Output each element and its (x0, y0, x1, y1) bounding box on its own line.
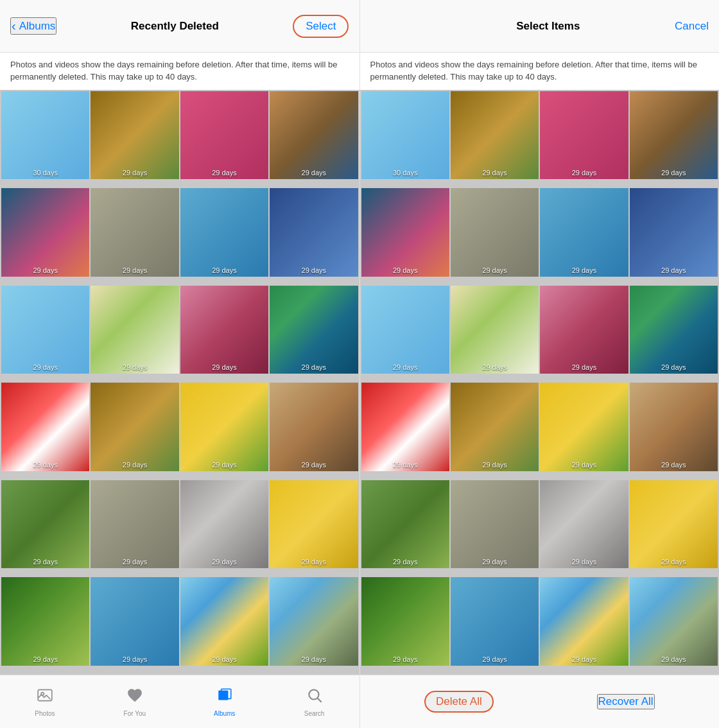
days-label: 29 days (361, 266, 449, 274)
photo-cell[interactable]: 29 days (180, 383, 268, 471)
days-label: 29 days (91, 363, 178, 371)
photo-cell[interactable]: 29 days (1, 480, 89, 568)
albums-icon (216, 687, 233, 707)
days-label: 29 days (91, 558, 178, 566)
tab-label: For You (124, 710, 146, 717)
days-label: 29 days (540, 363, 628, 371)
days-label: 29 days (270, 363, 358, 371)
photo-cell[interactable]: 29 days (630, 480, 718, 568)
photo-cell[interactable]: 29 days (630, 91, 718, 179)
photo-cell[interactable]: 29 days (540, 577, 628, 665)
days-label: 29 days (180, 558, 268, 566)
photo-cell[interactable]: 29 days (361, 577, 449, 665)
days-label: 29 days (540, 461, 628, 469)
days-label: 29 days (630, 266, 718, 274)
days-label: 29 days (1, 363, 89, 371)
photo-cell[interactable]: 29 days (180, 577, 268, 665)
tab-item-albums[interactable]: Albums (180, 675, 270, 728)
select-button[interactable]: Select (293, 15, 349, 38)
photo-cell[interactable]: 29 days (91, 577, 178, 665)
photo-cell[interactable]: 29 days (361, 286, 449, 374)
tab-item-search[interactable]: Search (270, 675, 360, 728)
photo-cell[interactable]: 29 days (630, 188, 718, 276)
left-panel-title: Recently Deleted (131, 20, 219, 33)
photo-cell[interactable]: 29 days (91, 188, 178, 276)
photo-cell[interactable]: 29 days (91, 480, 178, 568)
photo-cell[interactable]: 29 days (180, 286, 268, 374)
photo-cell[interactable]: 29 days (270, 383, 358, 471)
photo-cell[interactable]: 29 days (540, 188, 628, 276)
photo-cell[interactable]: 29 days (1, 577, 89, 665)
tab-label: Albums (214, 710, 235, 717)
photo-cell[interactable]: 29 days (361, 188, 449, 276)
photo-cell[interactable]: 29 days (1, 188, 89, 276)
photo-cell[interactable]: 29 days (270, 577, 358, 665)
photo-cell[interactable]: 29 days (451, 577, 539, 665)
days-label: 29 days (1, 558, 89, 566)
main-panels: ‹ Albums Recently Deleted Select Photos … (0, 0, 719, 728)
photo-cell[interactable]: 29 days (630, 383, 718, 471)
photo-cell[interactable]: 29 days (180, 480, 268, 568)
photo-cell[interactable]: 29 days (630, 577, 718, 665)
photo-cell[interactable]: 29 days (180, 91, 268, 179)
days-label: 29 days (451, 169, 539, 177)
days-label: 30 days (361, 169, 449, 177)
right-panel: Select Items Cancel Photos and videos sh… (360, 0, 720, 728)
svg-line-5 (317, 698, 321, 702)
photo-cell[interactable]: 29 days (540, 383, 628, 471)
photo-cell[interactable]: 29 days (451, 383, 539, 471)
right-header: Select Items Cancel (360, 0, 720, 53)
svg-point-4 (309, 689, 318, 699)
tab-label: Photos (35, 710, 55, 717)
photo-cell[interactable]: 29 days (1, 286, 89, 374)
days-label: 30 days (1, 169, 89, 177)
photo-cell[interactable]: 29 days (270, 91, 358, 179)
tab-label: Search (304, 710, 325, 717)
photo-cell[interactable]: 29 days (270, 480, 358, 568)
photo-cell[interactable]: 29 days (91, 286, 178, 374)
days-label: 29 days (1, 266, 89, 274)
days-label: 29 days (180, 655, 268, 663)
photo-cell[interactable]: 29 days (270, 286, 358, 374)
photo-cell[interactable]: 29 days (361, 480, 449, 568)
search-icon (306, 687, 323, 707)
days-label: 29 days (630, 461, 718, 469)
back-button[interactable]: ‹ Albums (10, 17, 56, 35)
photo-cell[interactable]: 29 days (361, 383, 449, 471)
photo-cell[interactable]: 29 days (451, 286, 539, 374)
days-label: 29 days (1, 461, 89, 469)
photo-cell[interactable]: 29 days (540, 91, 628, 179)
photo-cell[interactable]: 29 days (1, 383, 89, 471)
left-header: ‹ Albums Recently Deleted Select (0, 0, 360, 53)
days-label: 29 days (180, 169, 268, 177)
days-label: 29 days (540, 558, 628, 566)
photo-cell[interactable]: 29 days (451, 480, 539, 568)
days-label: 29 days (270, 558, 358, 566)
delete-all-button[interactable]: Delete All (424, 691, 494, 713)
photo-cell[interactable]: 29 days (180, 188, 268, 276)
days-label: 29 days (540, 266, 628, 274)
tab-bar-items: PhotosFor YouAlbumsSearch (0, 675, 360, 728)
photo-cell[interactable]: 29 days (91, 383, 178, 471)
left-photo-grid: 30 days29 days29 days29 days29 days29 da… (0, 90, 360, 675)
days-label: 29 days (630, 655, 718, 663)
right-photo-grid: 30 days29 days29 days29 days29 days29 da… (360, 90, 720, 675)
days-label: 29 days (361, 363, 449, 371)
photo-cell[interactable]: 29 days (91, 91, 178, 179)
photo-cell[interactable]: 30 days (361, 91, 449, 179)
cancel-button[interactable]: Cancel (675, 17, 709, 35)
photo-cell[interactable]: 29 days (540, 480, 628, 568)
tab-item-for-you[interactable]: For You (90, 675, 180, 728)
recover-all-button[interactable]: Recover All (597, 694, 655, 709)
tab-item-photos[interactable]: Photos (0, 675, 90, 728)
photo-cell[interactable]: 29 days (451, 91, 539, 179)
photo-cell[interactable]: 29 days (270, 188, 358, 276)
photo-cell[interactable]: 29 days (630, 286, 718, 374)
photo-cell[interactable]: 30 days (1, 91, 89, 179)
photo-cell[interactable]: 29 days (540, 286, 628, 374)
days-label: 29 days (451, 461, 539, 469)
days-label: 29 days (270, 655, 358, 663)
days-label: 29 days (270, 169, 358, 177)
photo-cell[interactable]: 29 days (451, 188, 539, 276)
days-label: 29 days (361, 558, 449, 566)
